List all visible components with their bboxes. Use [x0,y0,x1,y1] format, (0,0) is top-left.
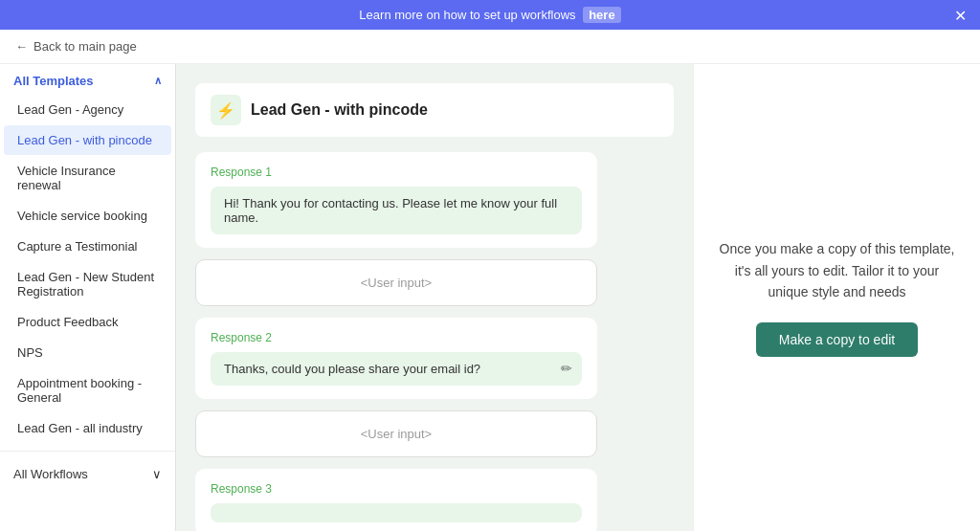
all-workflows-header[interactable]: All Workflows ∨ [0,459,175,489]
content-area: ⚡ Lead Gen - with pincode Response 1 Hi!… [176,64,980,531]
workflows-chevron-icon: ∨ [152,467,162,481]
sidebar-divider [0,451,175,452]
all-templates-header[interactable]: All Templates ∧ [0,64,175,94]
sidebar: All Templates ∧ Lead Gen - AgencyLead Ge… [0,64,176,531]
response-1-text: Hi! Thank you for contacting us. Please … [224,196,557,225]
sidebar-item-nps[interactable]: NPS [4,338,171,367]
all-workflows-label: All Workflows [13,467,88,481]
edit-icon[interactable]: ✏ [561,361,572,376]
response-block-3: Response 3 [195,469,597,531]
sidebar-items-list: Lead Gen - AgencyLead Gen - with pincode… [0,95,175,443]
right-panel-description: Once you make a copy of this template, i… [713,238,961,302]
sidebar-item-lead-gen-industry[interactable]: Lead Gen - all industry [4,413,171,443]
user-input-block-2: <User input> [195,410,597,457]
template-preview: ⚡ Lead Gen - with pincode Response 1 Hi!… [176,64,693,531]
response-block-2: Response 2 Thanks, could you please shar… [195,318,597,399]
response-1-bubble: Hi! Thank you for contacting us. Please … [211,187,582,234]
template-header: ⚡ Lead Gen - with pincode [195,83,674,137]
banner-close-button[interactable]: ✕ [954,6,967,24]
response-3-label: Response 3 [211,482,582,496]
sidebar-item-lead-gen-agency[interactable]: Lead Gen - Agency [4,95,171,124]
all-templates-chevron-icon: ∧ [154,75,162,87]
chat-container: Response 1 Hi! Thank you for contacting … [195,152,674,531]
response-2-label: Response 2 [211,331,582,344]
right-panel: Once you make a copy of this template, i… [693,64,980,531]
sidebar-item-vehicle-insurance[interactable]: Vehicle Insurance renewal [4,156,171,200]
response-1-label: Response 1 [211,166,582,179]
sidebar-item-appointment-general[interactable]: Appointment booking - General [4,368,171,412]
response-block-1: Response 1 Hi! Thank you for contacting … [195,152,597,248]
template-icon-glyph: ⚡ [216,101,235,120]
user-input-2-label: <User input> [361,427,432,441]
sidebar-item-product-feedback[interactable]: Product Feedback [4,307,171,337]
main-layout: All Templates ∧ Lead Gen - AgencyLead Ge… [0,64,980,531]
top-banner: Learn more on how to set up workflows he… [0,0,980,30]
sidebar-item-lead-gen-student[interactable]: Lead Gen - New Student Registration [4,262,171,306]
make-copy-button[interactable]: Make a copy to edit [756,322,918,357]
banner-link[interactable]: here [583,7,620,23]
template-icon: ⚡ [211,95,241,125]
template-title: Lead Gen - with pincode [251,101,428,119]
back-nav-label: Back to main page [33,39,137,54]
back-nav[interactable]: ← Back to main page [0,30,980,64]
response-3-bubble [211,503,582,522]
response-2-bubble: Thanks, could you please share your emai… [211,352,582,386]
sidebar-item-capture-testimonial[interactable]: Capture a Testimonial [4,232,171,261]
back-arrow-icon: ← [15,39,28,54]
banner-text: Learn more on how to set up workflows [359,8,575,22]
all-templates-label: All Templates [13,74,94,88]
user-input-block-1: <User input> [195,259,597,306]
sidebar-item-vehicle-service[interactable]: Vehicle service booking [4,201,171,231]
user-input-1-label: <User input> [361,276,432,290]
sidebar-item-lead-gen-pincode[interactable]: Lead Gen - with pincode [4,125,171,155]
response-2-text: Thanks, could you please share your emai… [224,362,480,376]
